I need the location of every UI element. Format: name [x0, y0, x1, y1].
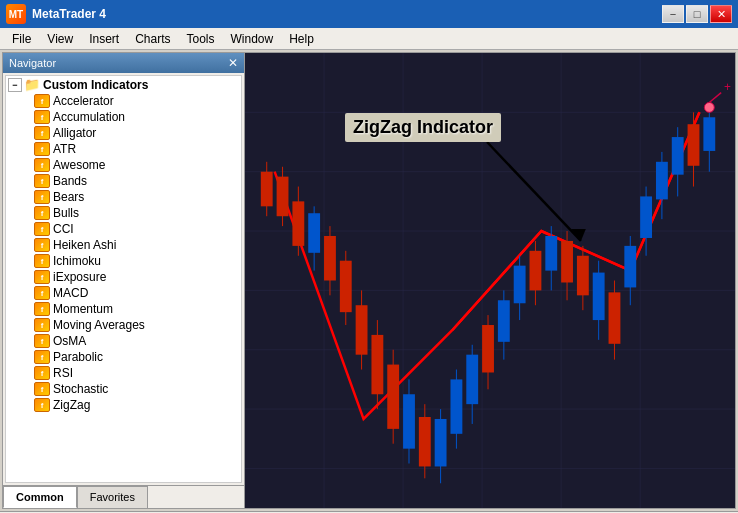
svg-rect-20 — [308, 213, 320, 253]
list-item[interactable]: f Moving Averages — [6, 317, 241, 333]
list-item[interactable]: f Momentum — [6, 301, 241, 317]
menu-window[interactable]: Window — [223, 30, 282, 48]
list-item[interactable]: f RSI — [6, 365, 241, 381]
indicator-label: Bears — [53, 190, 84, 204]
svg-rect-56 — [593, 273, 605, 320]
svg-rect-38 — [450, 379, 462, 433]
navigator-header: Navigator ✕ — [3, 53, 244, 73]
list-item[interactable]: f Awesome — [6, 157, 241, 173]
indicator-label: ZigZag — [53, 398, 90, 412]
svg-rect-52 — [561, 241, 573, 283]
indicator-label: Bands — [53, 174, 87, 188]
svg-rect-24 — [340, 261, 352, 312]
expand-icon[interactable]: − — [8, 78, 22, 92]
menu-file[interactable]: File — [4, 30, 39, 48]
list-item[interactable]: f Stochastic — [6, 381, 241, 397]
list-item[interactable]: f OsMA — [6, 333, 241, 349]
window-title: MetaTrader 4 — [32, 7, 106, 21]
close-button[interactable]: ✕ — [710, 5, 732, 23]
indicator-icon: f — [34, 110, 50, 124]
svg-rect-22 — [324, 236, 336, 281]
indicator-icon: f — [34, 174, 50, 188]
indicator-label: Stochastic — [53, 382, 108, 396]
minimize-button[interactable]: − — [662, 5, 684, 23]
svg-text:+: + — [724, 80, 731, 94]
svg-rect-36 — [435, 419, 447, 466]
indicator-label: Heiken Ashi — [53, 238, 116, 252]
indicator-icon: f — [34, 158, 50, 172]
list-item[interactable]: f Bands — [6, 173, 241, 189]
svg-rect-42 — [482, 325, 494, 372]
indicator-label: CCI — [53, 222, 74, 236]
svg-rect-46 — [514, 266, 526, 304]
svg-rect-54 — [577, 256, 589, 296]
title-bar-left: MT MetaTrader 4 — [6, 4, 106, 24]
indicator-icon: f — [34, 398, 50, 412]
menu-view[interactable]: View — [39, 30, 81, 48]
svg-rect-48 — [530, 251, 542, 291]
list-item[interactable]: f Ichimoku — [6, 253, 241, 269]
indicator-icon: f — [34, 382, 50, 396]
maximize-button[interactable]: □ — [686, 5, 708, 23]
indicator-icon: f — [34, 222, 50, 236]
tab-favorites[interactable]: Favorites — [77, 486, 148, 508]
svg-rect-58 — [609, 292, 621, 343]
menu-insert[interactable]: Insert — [81, 30, 127, 48]
svg-rect-18 — [292, 201, 304, 246]
navigator-close[interactable]: ✕ — [228, 56, 238, 70]
list-item[interactable]: f ATR — [6, 141, 241, 157]
indicator-icon: f — [34, 126, 50, 140]
indicator-icon: f — [34, 350, 50, 364]
svg-rect-50 — [545, 236, 557, 271]
chart-annotation: ZigZag Indicator — [345, 113, 501, 142]
tree-root-item[interactable]: − 📁 Custom Indicators — [6, 76, 241, 93]
list-item[interactable]: f Accelerator — [6, 93, 241, 109]
svg-rect-16 — [277, 177, 289, 217]
list-item[interactable]: f ZigZag — [6, 397, 241, 413]
svg-rect-30 — [387, 365, 399, 429]
list-item[interactable]: f Accumulation — [6, 109, 241, 125]
list-item[interactable]: f Parabolic — [6, 349, 241, 365]
indicator-label: Accelerator — [53, 94, 114, 108]
indicator-label: Accumulation — [53, 110, 125, 124]
indicator-icon: f — [34, 94, 50, 108]
indicator-label: ATR — [53, 142, 76, 156]
svg-rect-66 — [672, 137, 684, 175]
tab-common[interactable]: Common — [3, 486, 77, 508]
indicator-label: Bulls — [53, 206, 79, 220]
svg-rect-64 — [656, 162, 668, 200]
menu-tools[interactable]: Tools — [179, 30, 223, 48]
list-item[interactable]: f iExposure — [6, 269, 241, 285]
svg-rect-44 — [498, 300, 510, 342]
indicator-label: RSI — [53, 366, 73, 380]
custom-indicators-label: Custom Indicators — [43, 78, 148, 92]
indicator-label: Parabolic — [53, 350, 103, 364]
indicator-icon: f — [34, 286, 50, 300]
list-item[interactable]: f Bears — [6, 189, 241, 205]
svg-rect-26 — [356, 305, 368, 354]
indicator-label: iExposure — [53, 270, 106, 284]
svg-rect-70 — [703, 117, 715, 151]
indicator-label: MACD — [53, 286, 88, 300]
menu-help[interactable]: Help — [281, 30, 322, 48]
indicator-icon: f — [34, 366, 50, 380]
indicator-label: Moving Averages — [53, 318, 145, 332]
list-item[interactable]: f Heiken Ashi — [6, 237, 241, 253]
main-content: Navigator ✕ − 📁 Custom Indicators f Acce… — [2, 52, 736, 509]
indicator-label: Momentum — [53, 302, 113, 316]
list-item[interactable]: f CCI — [6, 221, 241, 237]
app-icon: MT — [6, 4, 26, 24]
svg-point-73 — [704, 102, 714, 112]
navigator-tree[interactable]: − 📁 Custom Indicators f Accelerator f Ac… — [5, 75, 242, 483]
indicator-label: Alligator — [53, 126, 96, 140]
svg-rect-28 — [371, 335, 383, 394]
chart-area[interactable]: ZigZag Indicator — [245, 53, 735, 508]
list-item[interactable]: f Bulls — [6, 205, 241, 221]
list-item[interactable]: f MACD — [6, 285, 241, 301]
menu-bar: File View Insert Charts Tools Window Hel… — [0, 28, 738, 50]
indicator-icon: f — [34, 270, 50, 284]
list-item[interactable]: f Alligator — [6, 125, 241, 141]
indicator-label: Awesome — [53, 158, 105, 172]
title-bar-controls: − □ ✕ — [662, 5, 732, 23]
menu-charts[interactable]: Charts — [127, 30, 178, 48]
